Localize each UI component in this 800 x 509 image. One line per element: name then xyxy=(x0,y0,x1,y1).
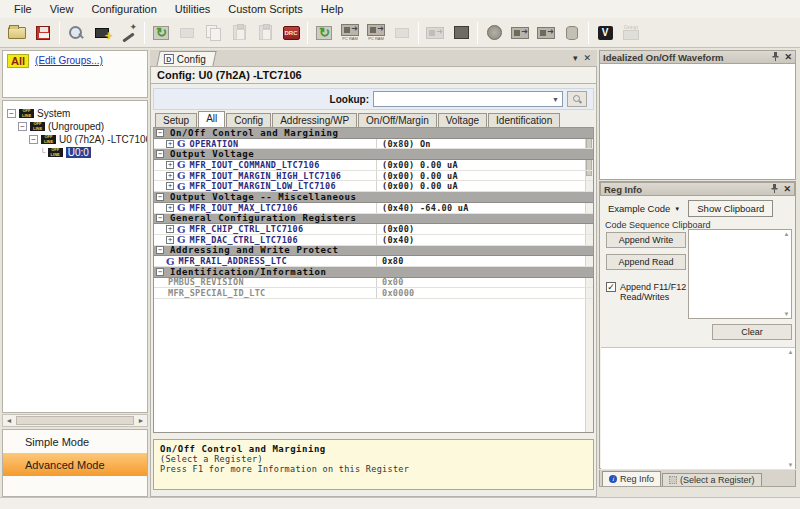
tab-voltage[interactable]: Voltage xyxy=(438,113,487,127)
register-row[interactable]: +GOPERATION(0x80) On xyxy=(154,139,593,150)
open-config-file-icon[interactable] xyxy=(4,20,30,46)
show-clipboard-button[interactable]: Show Clipboard xyxy=(688,200,773,217)
register-row[interactable]: MFR_SPECIAL_ID_LTC0x0000 xyxy=(154,288,593,299)
section-row[interactable]: −Addressing and Write Protect xyxy=(154,246,593,257)
register-expander-icon[interactable]: + xyxy=(166,140,174,148)
scrollbar-thumb[interactable] xyxy=(16,416,134,425)
tab-on-off-margin[interactable]: On/Off/Margin xyxy=(358,113,437,127)
example-code-dropdown[interactable]: Example Code ▼ xyxy=(604,201,684,216)
register-row[interactable]: PMBUS_REVISION0x00 xyxy=(154,278,593,289)
close-icon[interactable]: ✕ xyxy=(783,184,791,194)
reset-chip-icon[interactable] xyxy=(481,20,507,46)
section-row[interactable]: −On/Off Control and Margining xyxy=(154,128,593,139)
tab-addressing-wp[interactable]: Addressing/WP xyxy=(272,113,357,127)
register-row[interactable]: +GMFR_IOUT_MARGIN_LOW_LTC7106(0x00) 0.00… xyxy=(154,181,593,192)
append-f11-f12-checkbox-row[interactable]: ✓ Append F11/F12 Read/Writes xyxy=(606,282,690,302)
tree-expander-icon[interactable]: − xyxy=(7,109,16,118)
code-clipboard-textarea[interactable]: ▲▼ xyxy=(688,229,792,319)
chevron-down-icon[interactable]: ▼ xyxy=(552,96,562,103)
register-expander-icon[interactable]: + xyxy=(166,172,174,180)
description-scrollbar[interactable]: ▲▼ xyxy=(786,348,795,469)
section-collapse-icon[interactable]: − xyxy=(156,150,164,158)
menu-utilities[interactable]: Utilities xyxy=(167,1,218,17)
program-utility-icon[interactable] xyxy=(311,20,337,46)
config-document-tab[interactable]: D Config xyxy=(156,51,216,66)
store-ram-to-nvm-icon[interactable] xyxy=(507,20,533,46)
section-collapse-icon[interactable]: − xyxy=(156,246,164,254)
section-collapse-icon[interactable]: − xyxy=(156,268,164,276)
menu-help[interactable]: Help xyxy=(313,1,352,17)
lookup-combobox[interactable]: ▼ xyxy=(373,91,563,107)
go-online-icon[interactable] xyxy=(148,20,174,46)
append-write-button[interactable]: Append Write xyxy=(606,232,686,248)
register-expander-icon[interactable]: + xyxy=(166,161,174,169)
section-collapse-icon[interactable]: − xyxy=(156,193,164,201)
drc-check-icon[interactable]: DRC xyxy=(278,20,304,46)
register-expander-icon[interactable]: + xyxy=(166,225,174,233)
register-row[interactable]: GMFR_RAIL_ADDRESS_LTC0x80 xyxy=(154,256,593,267)
vertical-view-icon[interactable]: V xyxy=(592,20,618,46)
clear-button[interactable]: Clear xyxy=(712,324,792,340)
menu-view[interactable]: View xyxy=(42,1,82,17)
register-expander-icon[interactable]: + xyxy=(166,204,174,212)
pin-icon[interactable] xyxy=(771,184,778,195)
scroll-up-icon[interactable]: ▲ xyxy=(784,231,790,237)
register-expander-icon[interactable]: + xyxy=(166,182,174,190)
all-groups-badge[interactable]: All xyxy=(7,54,29,68)
menu-configuration[interactable]: Configuration xyxy=(83,1,164,17)
textarea-scrollbar[interactable]: ▲▼ xyxy=(782,230,791,318)
tab-identification[interactable]: Identification xyxy=(488,113,560,127)
section-row[interactable]: −Identification/Information xyxy=(154,267,593,278)
register-expander-icon[interactable]: + xyxy=(166,236,174,244)
register-value[interactable]: (0x00) 0.00 uA xyxy=(382,171,458,181)
tree-node-u0-7h2a-ltc7106[interactable]: −OFFLINEU0 (7h2A) -LTC7106 xyxy=(3,133,147,146)
section-row[interactable]: −Output Voltage xyxy=(154,149,593,160)
register-row[interactable]: +GMFR_IOUT_COMMAND_LTC7106(0x00) 0.00 uA xyxy=(154,160,593,171)
edit-groups-link[interactable]: (Edit Groups...) xyxy=(35,55,103,66)
register-value[interactable]: (0x40) xyxy=(382,235,415,245)
menu-file[interactable]: File xyxy=(6,1,40,17)
register-value[interactable]: (0x40) -64.00 uA xyxy=(382,203,469,213)
tree-node-system[interactable]: −OFFLINESystem xyxy=(3,107,147,120)
advanced-mode-button[interactable]: Advanced Mode xyxy=(3,453,147,476)
read-ram-to-pc-icon[interactable]: PC RAM xyxy=(363,20,389,46)
fault-log-icon[interactable] xyxy=(559,20,585,46)
append-read-button[interactable]: Append Read xyxy=(606,254,686,270)
scroll-down-icon[interactable]: ▼ xyxy=(788,462,794,468)
tab-config[interactable]: Config xyxy=(226,113,271,127)
register-value[interactable]: (0x00) 0.00 uA xyxy=(382,181,458,191)
lookup-search-button[interactable] xyxy=(567,91,587,107)
pin-icon[interactable] xyxy=(772,52,779,63)
register-row[interactable]: +GMFR_DAC_CTRL_LTC7106(0x40) xyxy=(154,235,593,246)
dropdown-arrow-icon[interactable]: ▾ xyxy=(573,53,578,63)
register-value[interactable]: (0x00) xyxy=(382,224,415,234)
menu-custom-scripts[interactable]: Custom Scripts xyxy=(220,1,311,17)
checkbox-checked-icon[interactable]: ✓ xyxy=(606,282,616,292)
section-collapse-icon[interactable]: − xyxy=(156,214,164,222)
register-value[interactable]: (0x80) On xyxy=(382,139,431,149)
scroll-left-icon[interactable]: ◄ xyxy=(3,417,15,424)
tree-node--ungrouped-[interactable]: −OFFLINE(Ungrouped) xyxy=(3,120,147,133)
save-config-file-icon[interactable] xyxy=(30,20,56,46)
register-value[interactable]: (0x00) 0.00 uA xyxy=(382,160,458,170)
write-pc-to-ram-icon[interactable]: PC RAM xyxy=(337,20,363,46)
section-row[interactable]: −General Configuration Registers xyxy=(154,214,593,225)
setup-wizard-icon[interactable] xyxy=(115,20,141,46)
register-value[interactable]: 0x80 xyxy=(382,256,404,266)
dock-tab-reg-info[interactable]: iReg Info xyxy=(602,471,661,486)
tree-expander-icon[interactable]: − xyxy=(18,122,27,131)
dock-tab--select-a-register-[interactable]: (Select a Register) xyxy=(662,473,762,486)
register-row[interactable]: +GMFR_IOUT_MARGIN_HIGH_LTC7106(0x00) 0.0… xyxy=(154,171,593,182)
tab-setup[interactable]: Setup xyxy=(155,113,197,127)
tree-horizontal-scrollbar[interactable]: ◄ ► xyxy=(2,414,148,427)
scroll-down-icon[interactable]: ▼ xyxy=(784,311,790,317)
add-device-icon[interactable] xyxy=(89,20,115,46)
scroll-right-icon[interactable]: ► xyxy=(135,417,147,424)
close-panel-icon[interactable]: ✕ xyxy=(583,53,591,63)
restore-nvm-to-ram-icon[interactable] xyxy=(533,20,559,46)
find-icon[interactable] xyxy=(63,20,89,46)
tree-node-u0-0[interactable]: └OFFLINEU0:0 xyxy=(3,146,147,159)
close-icon[interactable]: ✕ xyxy=(784,52,792,62)
register-row[interactable]: +GMFR_IOUT_MAX_LTC7106(0x40) -64.00 uA xyxy=(154,203,593,214)
scroll-up-icon[interactable]: ▲ xyxy=(788,349,794,355)
